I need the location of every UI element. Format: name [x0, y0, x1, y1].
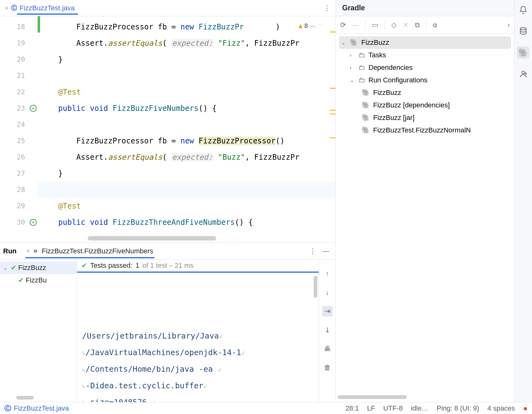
attach-icon[interactable]: ▭: [372, 21, 378, 29]
gutter-line[interactable]: 19: [0, 35, 38, 51]
status-caret[interactable]: 28:1: [346, 404, 359, 412]
editor-tab-more-icon[interactable]: ⋮: [321, 4, 334, 12]
refresh-icon[interactable]: ⟳: [340, 21, 346, 29]
code-line[interactable]: Assert.assertEquals( expected: "Buzz", F…: [38, 149, 336, 165]
expand-collapse-icon[interactable]: ◇: [391, 21, 397, 29]
right-column: Gradle ⟳ — ▭ ◇ ✕ ⧉ ɑ › ⌄: [336, 0, 532, 402]
gutter-line[interactable]: 24: [0, 116, 38, 133]
gutter-line[interactable]: 30: [0, 214, 38, 230]
gutter-line[interactable]: 22: [0, 84, 38, 100]
close-tab-icon[interactable]: ×: [5, 5, 8, 11]
gutter-line[interactable]: 26: [0, 149, 38, 165]
status-encoding[interactable]: UTF-8: [383, 404, 403, 412]
close-run-tab-icon[interactable]: ×: [27, 248, 30, 254]
gradle-run-config-label: FizzBuzzTest.FizzBuzzNormalN: [373, 126, 471, 134]
gutter-line[interactable]: 25: [0, 133, 38, 149]
copy-icon[interactable]: ⧉: [415, 21, 420, 29]
gradle-node-dependencies[interactable]: › 🗀 Dependencies: [339, 61, 511, 74]
inspections-widget[interactable]: ▲ 8 ︿ ﹀: [299, 21, 324, 30]
tests-passed-rest: of 1 test – 21 ms: [143, 261, 194, 270]
svg-point-2: [520, 28, 526, 30]
code-line[interactable]: [38, 116, 336, 133]
database-icon[interactable]: [517, 25, 529, 38]
gradle-run-config-label: FizzBuzz [dependencies]: [373, 101, 450, 109]
gradle-node-runconfigs[interactable]: ⌄ 🗀 Run Configurations: [339, 74, 511, 86]
gradle-run-config-item[interactable]: 🐘FizzBuzz [jar]: [339, 111, 511, 124]
gradle-node-tasks[interactable]: › 🗀 Tasks: [339, 49, 511, 61]
code-with-me-icon[interactable]: [517, 68, 529, 80]
gradle-tree-root[interactable]: ⌄ 🐘 FizzBuzz: [339, 36, 511, 49]
run-config-tab[interactable]: × FizzBuzzTest.FizzBuzzFiveNumbers: [25, 245, 154, 257]
code-line[interactable]: }: [38, 165, 336, 182]
gutter-line[interactable]: 20: [0, 51, 38, 68]
code-editor[interactable]: 18192021222324252627282930 ▲ 8 ︿ ﹀: [0, 16, 336, 242]
chevron-right-icon[interactable]: ›: [350, 65, 355, 71]
gradle-scrollbar[interactable]: [338, 395, 512, 399]
code-line[interactable]: FizzBuzzProcessor fb = new FizzBuzzPr ): [38, 19, 336, 35]
print-icon[interactable]: 🖶: [322, 344, 333, 354]
console-scrollbar[interactable]: [314, 276, 317, 298]
minimize-run-icon[interactable]: —: [319, 247, 332, 255]
scroll-up-icon[interactable]: ↑: [322, 268, 333, 279]
clear-icon[interactable]: 🗑: [322, 362, 333, 373]
code-line[interactable]: }: [38, 51, 336, 68]
cancel-icon[interactable]: ✕: [403, 21, 409, 29]
test-tree-scrollbar[interactable]: [16, 396, 34, 400]
notifications-icon[interactable]: [517, 4, 529, 16]
console-wrap: ✔ Tests passed: 1 of 1 test – 21 ms /Use…: [77, 260, 319, 402]
gutter-line[interactable]: 28: [0, 182, 38, 198]
status-line-separator[interactable]: LF: [367, 404, 375, 412]
test-tree-root[interactable]: ⌄ ✔ FizzBuzz: [0, 261, 77, 274]
editor-horizontal-scrollbar[interactable]: [88, 236, 216, 241]
run-gutter-icon[interactable]: [29, 105, 37, 112]
gradle-run-config-item[interactable]: 🐘FizzBuzz [dependencies]: [339, 99, 511, 111]
check-icon: ✔: [81, 261, 87, 270]
gradle-run-config-item[interactable]: 🐘FizzBuzz: [339, 86, 511, 99]
code-line[interactable]: FizzBuzzProcessor fb = new FizzBuzzProce…: [38, 133, 336, 149]
error-stripe[interactable]: [332, 16, 336, 242]
code-line[interactable]: public void FizzBuzzThreeAndFiveNumbers(…: [38, 214, 336, 230]
run-more-icon[interactable]: ⋮: [306, 247, 319, 255]
gradle-run-config-item[interactable]: 🐘FizzBuzzTest.FizzBuzzNormalN: [339, 124, 511, 137]
console-output[interactable]: /Users/jetbrains/Library/Java↲↳/JavaVirt…: [77, 273, 319, 402]
gutter-line[interactable]: 18: [0, 19, 38, 35]
gutter-line[interactable]: 27: [0, 165, 38, 182]
analyze-icon[interactable]: ɑ: [433, 21, 437, 29]
gradle-node-label: Tasks: [368, 51, 386, 59]
chevron-down-icon[interactable]: ⌄: [3, 264, 9, 271]
gradle-run-config-label: FizzBuzz: [373, 89, 401, 97]
next-highlight-icon[interactable]: ﹀: [318, 21, 324, 30]
status-current-file[interactable]: Ⓒ FizzBuzzTest.java: [4, 404, 69, 413]
check-icon: ✔: [18, 276, 24, 284]
scroll-to-end-icon[interactable]: ⤓: [322, 325, 333, 335]
status-analysis[interactable]: idle…: [411, 404, 428, 412]
gradle-tool-icon[interactable]: 🐘: [517, 46, 529, 59]
code-line[interactable]: public void FizzBuzzFiveNumbers() {: [38, 100, 336, 116]
code-line[interactable]: [38, 182, 336, 198]
gutter-line[interactable]: 29: [0, 198, 38, 214]
chevron-right-icon[interactable]: ›: [508, 21, 510, 29]
code-area[interactable]: ▲ 8 ︿ ﹀ FizzBuzzProcessor fb = new Fizz: [38, 16, 336, 242]
soft-wrap-icon[interactable]: ⇥: [322, 306, 333, 317]
status-indent[interactable]: 4 spaces: [487, 404, 515, 412]
chevron-right-icon[interactable]: ›: [350, 52, 355, 59]
chevron-down-icon[interactable]: ⌄: [341, 39, 347, 46]
scroll-down-icon[interactable]: ↓: [322, 287, 333, 298]
status-ping[interactable]: Ping: 8 (UI: 9): [437, 404, 479, 412]
right-tool-strip: 🐘: [514, 0, 532, 402]
gutter-line[interactable]: 23: [0, 100, 38, 116]
gutter-line[interactable]: 21: [0, 68, 38, 84]
test-tree[interactable]: ⌄ ✔ FizzBuzz ✔ FizzBu: [0, 260, 77, 402]
code-line[interactable]: @Test: [38, 84, 336, 100]
code-line[interactable]: [38, 68, 336, 84]
chevron-down-icon[interactable]: ⌄: [350, 77, 355, 84]
test-tree-item[interactable]: ✔ FizzBu: [0, 274, 77, 287]
prev-highlight-icon[interactable]: ︿: [310, 21, 316, 30]
gradle-tree[interactable]: ⌄ 🐘 FizzBuzz › 🗀 Tasks › 🗀 Dependencies: [336, 34, 514, 402]
add-icon[interactable]: —: [352, 21, 359, 29]
editor-tab-fizzbuzztest[interactable]: × Ⓒ FizzBuzzTest.java: [2, 2, 78, 14]
code-line[interactable]: Assert.assertEquals( expected: "Fizz", F…: [38, 35, 336, 51]
error-indicator-icon[interactable]: ●: [523, 404, 528, 413]
run-gutter-icon[interactable]: [29, 219, 37, 226]
code-line[interactable]: @Test: [38, 198, 336, 214]
